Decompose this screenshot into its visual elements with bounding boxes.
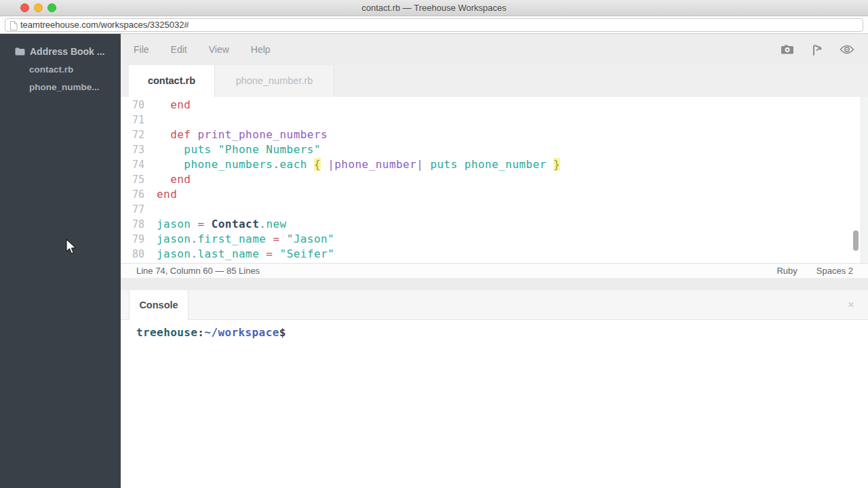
editor-tabstrip: contact.rb phone_number.rb <box>121 65 868 97</box>
indentation-button[interactable]: Spaces 2 <box>816 264 853 278</box>
code-lines: 70 end7172 def print_phone_numbers73 put… <box>121 98 868 262</box>
code-line-73: 73 puts "Phone Numbers" <box>121 142 868 157</box>
close-icon[interactable]: × <box>848 290 854 320</box>
page-icon <box>9 21 18 33</box>
tab-contact-rb[interactable]: contact.rb <box>129 65 214 97</box>
line-number: 80 <box>121 247 144 262</box>
line-number: 73 <box>121 142 144 157</box>
code-line-74: 74 phone_numbers.each { |phone_number| p… <box>121 157 868 172</box>
line-number: 71 <box>121 113 144 127</box>
eye-icon[interactable] <box>840 43 854 56</box>
tab-phone-number-rb[interactable]: phone_number.rb <box>214 65 334 97</box>
menu-edit[interactable]: Edit <box>171 44 187 55</box>
code-line-80: 80jason.last_name = "Seifer" <box>121 247 868 262</box>
folder-icon <box>15 47 25 56</box>
line-number: 70 <box>121 98 144 113</box>
line-number: 75 <box>121 172 144 187</box>
language-mode-button[interactable]: Ruby <box>776 264 797 278</box>
toolbar-icons <box>780 34 854 65</box>
line-number: 72 <box>121 127 144 142</box>
code-line-78: 78jason = Contact.new <box>121 217 868 232</box>
code-line-70: 70 end <box>121 98 868 113</box>
console-header: Console × <box>121 290 868 320</box>
code-line-76: 76end <box>121 187 868 202</box>
file-sidebar: Address Book ... contact.rb phone_numbe.… <box>0 34 121 488</box>
tab-console[interactable]: Console <box>129 290 189 320</box>
address-bar[interactable]: teamtreehouse.com/workspaces/3325032# <box>5 18 863 32</box>
prompt-colon: : <box>197 326 204 339</box>
mouse-cursor <box>64 239 78 259</box>
editor-right-margin <box>861 97 868 263</box>
code-line-79: 79jason.first_name = "Jason" <box>121 232 868 247</box>
code-line-71: 71 <box>121 113 868 127</box>
line-number: 77 <box>121 202 144 217</box>
menu-help[interactable]: Help <box>251 44 271 55</box>
workspace-main: File Edit View Help <box>121 34 868 488</box>
code-line-72: 72 def print_phone_numbers <box>121 127 868 142</box>
prompt-dollar: $ <box>279 326 286 339</box>
line-number: 74 <box>121 157 144 172</box>
sidebar-project-root[interactable]: Address Book ... <box>15 45 104 58</box>
console-panel: Console × treehouse:~/workspace$ <box>121 290 868 488</box>
cursor-position-status: Line 74, Column 60 — 85 Lines <box>136 264 260 278</box>
terminal[interactable]: treehouse:~/workspace$ <box>121 320 868 488</box>
editor-statusbar: Line 74, Column 60 — 85 Lines Ruby Space… <box>121 263 868 278</box>
sidebar-item-phone-number-rb[interactable]: phone_numbe... <box>29 81 100 94</box>
code-line-75: 75 end <box>121 172 868 187</box>
prompt-path: ~/workspace <box>204 326 279 339</box>
code-line-77: 77 <box>121 202 868 217</box>
sidebar-project-label: Address Book ... <box>30 46 104 57</box>
url-text: teamtreehouse.com/workspaces/3325032# <box>20 19 189 31</box>
prompt-user: treehouse <box>136 326 197 339</box>
window-titlebar: contact.rb — Treehouse Workspaces <box>0 0 868 16</box>
code-editor[interactable]: 70 end7172 def print_phone_numbers73 put… <box>121 97 868 263</box>
browser-toolbar: teamtreehouse.com/workspaces/3325032# <box>0 16 868 34</box>
menu-file[interactable]: File <box>134 44 149 55</box>
menu-view[interactable]: View <box>209 44 229 55</box>
menu-bar: File Edit View Help <box>121 34 868 65</box>
terminal-prompt: treehouse:~/workspace$ <box>136 325 286 340</box>
fork-icon[interactable] <box>810 43 825 56</box>
editor-scrollbar-thumb[interactable] <box>853 230 859 251</box>
line-number: 79 <box>121 232 144 247</box>
line-number: 78 <box>121 217 144 232</box>
sidebar-item-contact-rb[interactable]: contact.rb <box>29 63 73 77</box>
window-title: contact.rb — Treehouse Workspaces <box>0 0 868 16</box>
line-number: 76 <box>121 187 144 202</box>
camera-icon[interactable] <box>780 43 795 56</box>
